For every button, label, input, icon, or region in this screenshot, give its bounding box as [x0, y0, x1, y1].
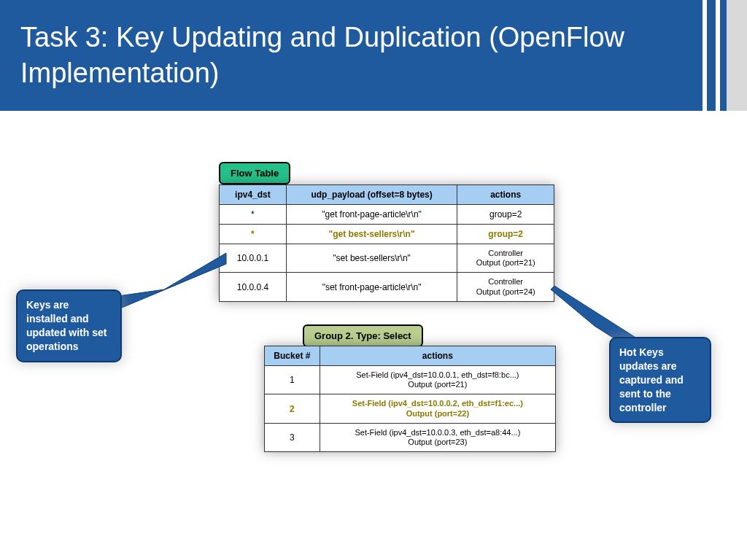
flow-row: 10.0.0.4"set front-page-article\r\n"Cont…	[220, 273, 554, 301]
group-row: 2Set-Field (ipv4_dst=10.0.0.2, eth_dst=f…	[265, 394, 556, 423]
group-table: Bucket # actions 1Set-Field (ipv4_dst=10…	[264, 346, 556, 452]
slide-title: Task 3: Key Updating and Duplication (Op…	[20, 20, 727, 92]
flow-table: ipv4_dst udp_payload (offset=8 bytes) ac…	[219, 184, 554, 302]
arrow-left	[113, 253, 230, 311]
group-row: 1Set-Field (ipv4_dst=10.0.0.1, eth_dst=f…	[265, 366, 556, 394]
flow-row: 10.0.0.1"set best-sellers\r\n"Controller…	[220, 244, 554, 273]
slide-content: Flow Table ipv4_dst udp_payload (offset=…	[0, 111, 747, 560]
flow-cell: "set front-page-article\r\n"	[286, 273, 457, 301]
flow-th-2: actions	[457, 185, 554, 205]
flow-cell: "get best-sellers\r\n"	[286, 225, 457, 244]
svg-marker-0	[113, 253, 226, 311]
header-decoration	[703, 0, 747, 111]
group-cell: Set-Field (ipv4_dst=10.0.0.1, eth_dst=f8…	[320, 366, 555, 394]
group-table-header-row: Bucket # actions	[265, 346, 556, 366]
flow-cell: ControllerOutput (port=21)	[457, 244, 554, 273]
group-row: 3Set-Field (ipv4_dst=10.0.0.3, eth_dst=a…	[265, 423, 556, 451]
flow-th-0: ipv4_dst	[220, 185, 287, 205]
flow-cell: *	[220, 225, 287, 244]
group-table-badge: Group 2. Type: Select	[303, 324, 423, 347]
group-th-0: Bucket #	[265, 346, 320, 366]
flow-table-header-row: ipv4_dst udp_payload (offset=8 bytes) ac…	[220, 185, 554, 205]
flow-cell: *	[220, 205, 287, 225]
flow-th-1: udp_payload (offset=8 bytes)	[286, 185, 457, 205]
flow-cell: ControllerOutput (port=24)	[457, 273, 554, 301]
flow-table-badge: Flow Table	[219, 162, 290, 184]
flow-row: *"get best-sellers\r\n"group=2	[220, 225, 554, 244]
flow-cell: group=2	[457, 225, 554, 244]
group-cell: Set-Field (ipv4_dst=10.0.0.2, eth_dst=f1…	[320, 394, 555, 423]
flow-cell: group=2	[457, 205, 554, 225]
slide-header: Task 3: Key Updating and Duplication (Op…	[0, 0, 747, 111]
group-cell: Set-Field (ipv4_dst=10.0.0.3, eth_dst=a8…	[320, 423, 555, 451]
group-cell: 2	[265, 394, 320, 423]
callout-hot-keys: Hot Keys updates are captured and sent t…	[609, 337, 711, 423]
callout-keys-installed: Keys are installed and updated with set …	[16, 289, 122, 362]
group-cell: 1	[265, 366, 320, 394]
flow-cell: "get front-page-article\r\n"	[286, 205, 457, 225]
flow-row: *"get front-page-article\r\n"group=2	[220, 205, 554, 225]
group-th-1: actions	[320, 346, 555, 366]
group-cell: 3	[265, 423, 320, 451]
flow-cell: "set best-sellers\r\n"	[286, 244, 457, 273]
